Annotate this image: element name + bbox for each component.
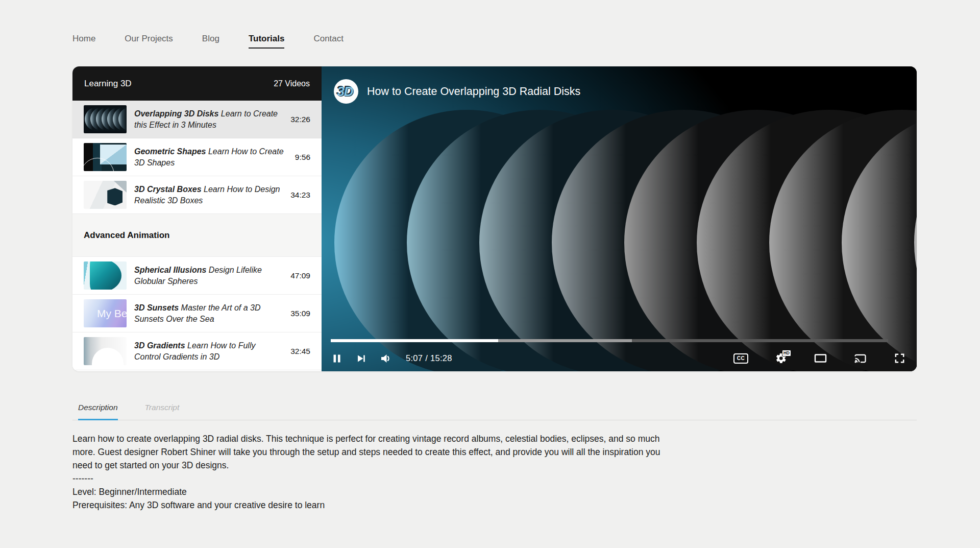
miniplayer-icon bbox=[814, 353, 827, 364]
video-title: How to Create Overlapping 3D Radial Disk… bbox=[367, 85, 580, 98]
cast-icon bbox=[854, 353, 867, 364]
fullscreen-button[interactable] bbox=[894, 352, 905, 364]
video-duration: 32:26 bbox=[290, 115, 310, 124]
description-prereq-line: Prerequisites: Any 3D software and your … bbox=[72, 498, 672, 512]
video-item-title: 3D Sunsets Master the Art of a 3D Sunset… bbox=[134, 302, 283, 324]
content-tabs: DescriptionTranscript bbox=[72, 403, 917, 420]
playlist-title: Learning 3D bbox=[84, 79, 132, 89]
playlist-header: Learning 3D 27 Videos bbox=[72, 66, 322, 101]
description-divider: ------- bbox=[72, 472, 672, 485]
playlist-item[interactable]: Overlapping 3D Disks Learn to Create thi… bbox=[72, 101, 322, 138]
video-player[interactable]: 3D How to Create Overlapping 3D Radial D… bbox=[322, 66, 917, 371]
volume-button[interactable] bbox=[381, 353, 393, 364]
playlist-item[interactable]: 3D Crystal Boxes Learn How to Design Rea… bbox=[72, 176, 322, 214]
description-paragraph: Learn how to create overlapping 3D radia… bbox=[72, 432, 672, 472]
player-header: 3D How to Create Overlapping 3D Radial D… bbox=[322, 66, 917, 108]
video-thumbnail: My Bea bbox=[84, 299, 127, 327]
playlist-item[interactable]: Geometric Shapes Learn How to Create 3D … bbox=[72, 138, 322, 176]
thumbnail-watermark-text: My Bea bbox=[97, 307, 127, 320]
next-button[interactable] bbox=[356, 353, 366, 364]
playlist-rows: Overlapping 3D Disks Learn to Create thi… bbox=[72, 101, 322, 370]
video-item-title: 3D Crystal Boxes Learn How to Design Rea… bbox=[134, 184, 283, 205]
description-level-line: Level: Beginner/Intermediate bbox=[72, 485, 672, 498]
playlist-item[interactable]: 3D Gradients Learn How to Fully Control … bbox=[72, 332, 322, 370]
right-controls: CC HD bbox=[733, 352, 905, 364]
pause-button[interactable] bbox=[332, 353, 342, 364]
playlist-section-header: Advanced Animation bbox=[72, 214, 322, 257]
pause-icon bbox=[332, 353, 342, 364]
progress-played bbox=[331, 339, 498, 342]
captions-button[interactable]: CC bbox=[733, 353, 748, 364]
description-panel: Learn how to create overlapping 3D radia… bbox=[72, 432, 672, 512]
video-item-title: 3D Gradients Learn How to Fully Control … bbox=[134, 340, 283, 362]
miniplayer-button[interactable] bbox=[814, 353, 827, 364]
playlist-sidebar: Learning 3D 27 Videos Overlapping 3D Dis… bbox=[72, 66, 322, 371]
control-row: 5:07 / 15:28 CC HD bbox=[332, 352, 905, 364]
tutorial-card: Learning 3D 27 Videos Overlapping 3D Dis… bbox=[72, 66, 917, 371]
channel-logo-text: 3D bbox=[337, 84, 353, 100]
captions-icon: CC bbox=[733, 353, 748, 364]
video-item-title: Overlapping 3D Disks Learn to Create thi… bbox=[134, 108, 283, 130]
channel-logo: 3D bbox=[334, 79, 358, 104]
playlist-item[interactable]: My Bea3D Sunsets Master the Art of a 3D … bbox=[72, 295, 322, 332]
hd-quality-badge: HD bbox=[782, 350, 791, 356]
cast-button[interactable] bbox=[854, 353, 867, 364]
video-duration: 35:09 bbox=[290, 309, 310, 318]
video-thumbnail bbox=[84, 105, 127, 133]
tab-description[interactable]: Description bbox=[78, 403, 118, 420]
nav-item-home[interactable]: Home bbox=[72, 34, 95, 47]
video-duration: 32:45 bbox=[290, 347, 310, 356]
video-thumbnail bbox=[84, 143, 127, 171]
page: HomeOur ProjectsBlogTutorialsContact Lea… bbox=[0, 0, 917, 512]
nav-item-tutorials[interactable]: Tutorials bbox=[249, 34, 285, 49]
video-frame bbox=[322, 66, 917, 371]
nav-item-blog[interactable]: Blog bbox=[202, 34, 219, 47]
video-duration: 47:09 bbox=[290, 271, 310, 280]
video-thumbnail bbox=[84, 337, 127, 365]
player-controls: 5:07 / 15:28 CC HD bbox=[322, 330, 917, 371]
settings-button[interactable]: HD bbox=[775, 352, 787, 364]
volume-icon bbox=[381, 353, 393, 364]
nav-item-contact[interactable]: Contact bbox=[313, 34, 344, 47]
video-duration: 34:23 bbox=[290, 190, 310, 200]
time-display: 5:07 / 15:28 bbox=[406, 353, 452, 363]
video-duration: 9:56 bbox=[295, 153, 310, 162]
video-item-title: Spherical Illusions Design Lifelike Glob… bbox=[134, 265, 283, 286]
next-icon bbox=[356, 353, 366, 364]
video-item-title: Geometric Shapes Learn How to Create 3D … bbox=[134, 146, 287, 168]
tab-transcript[interactable]: Transcript bbox=[145, 403, 180, 420]
playlist-video-count: 27 Videos bbox=[274, 79, 310, 88]
progress-bar[interactable] bbox=[331, 339, 888, 342]
fullscreen-icon bbox=[894, 352, 905, 364]
nav-item-our-projects[interactable]: Our Projects bbox=[125, 34, 173, 47]
video-thumbnail bbox=[84, 261, 127, 290]
playlist-item[interactable]: Spherical Illusions Design Lifelike Glob… bbox=[72, 257, 322, 295]
top-nav: HomeOur ProjectsBlogTutorialsContact bbox=[72, 34, 917, 49]
video-thumbnail bbox=[84, 181, 127, 209]
